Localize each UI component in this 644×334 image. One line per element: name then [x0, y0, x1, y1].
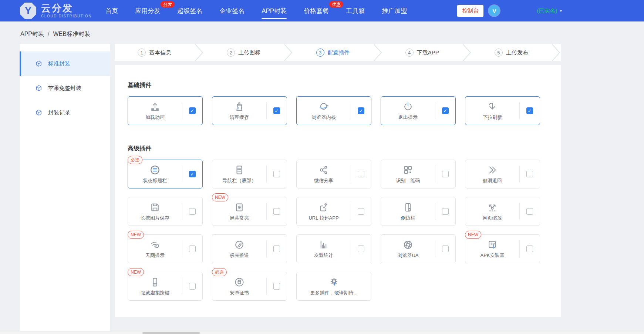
- nav-item-2[interactable]: 超级签名: [169, 0, 211, 21]
- brand-subtitle: CLOUD DISTRIBUTION: [41, 14, 92, 18]
- step-chevron-icon: [551, 44, 561, 61]
- plugin-card[interactable]: URL 拉起APP: [296, 197, 371, 226]
- scrollbar-thumb[interactable]: [142, 332, 200, 334]
- plugin-checkbox[interactable]: [189, 171, 196, 177]
- plugin-label: 安卓证书: [230, 290, 249, 296]
- basic-section-title: 基础插件: [128, 82, 548, 88]
- plugin-checkbox[interactable]: [526, 246, 533, 252]
- plugin-info: 浏览器UA: [381, 239, 435, 259]
- plugin-label: 隐藏虚拟按键: [141, 290, 169, 296]
- plugin-card[interactable]: 友盟统计: [296, 234, 371, 263]
- verified-status[interactable]: (已实名): [537, 7, 562, 14]
- plugin-checkbox[interactable]: [273, 283, 280, 290]
- plugin-card[interactable]: 微信分享: [296, 160, 371, 188]
- nav-item-label: APP封装: [262, 7, 287, 15]
- breadcrumb-section[interactable]: APP封装: [20, 31, 44, 37]
- step-label: 下载APP: [417, 49, 439, 56]
- plugin-checkbox[interactable]: [189, 208, 196, 215]
- horizontal-scrollbar[interactable]: [0, 331, 644, 334]
- plugin-card[interactable]: 浏览器UA: [381, 234, 456, 263]
- more-plugins-card: 更多插件，敬请期待...: [296, 272, 371, 301]
- no-network-icon: [149, 239, 161, 250]
- plugin-checkbox[interactable]: [273, 246, 280, 252]
- main-panel: 1基本信息2上传图标3配置插件4下载APP5上传发布 基础插件 加载动画清理缓存…: [115, 44, 561, 317]
- plugin-card[interactable]: 加载动画: [128, 96, 203, 125]
- nav-item-3[interactable]: 企业签名: [211, 0, 253, 21]
- plugin-info: 极光推送: [212, 239, 266, 259]
- nav-item-6[interactable]: 工具箱: [337, 0, 373, 21]
- step-1[interactable]: 1基本信息: [115, 44, 194, 61]
- plugin-card[interactable]: 网页缩放: [465, 197, 540, 226]
- plugin-checkbox[interactable]: [526, 107, 533, 114]
- plugin-checkbox[interactable]: [358, 208, 364, 215]
- qr-code-icon: [402, 164, 414, 176]
- plugin-checkbox[interactable]: [273, 171, 280, 177]
- plugin-card[interactable]: 退出提示: [381, 96, 456, 125]
- basic-plugin-grid: 加载动画清理缓存浏览器内核退出提示下拉刷新: [128, 96, 548, 125]
- plugin-card[interactable]: 清理缓存: [212, 96, 287, 125]
- plugin-checkbox[interactable]: [358, 107, 364, 114]
- plugin-card[interactable]: NEW隐藏虚拟按键: [128, 272, 203, 301]
- plugin-info: 导航栏（底部）: [212, 164, 266, 184]
- plugin-info: 网页缩放: [465, 202, 519, 221]
- plugin-checkbox[interactable]: [442, 107, 449, 114]
- step-3[interactable]: 3配置插件: [293, 44, 372, 61]
- plugin-card[interactable]: 必选安卓证书: [212, 272, 287, 301]
- chevron-down-icon: [560, 9, 562, 13]
- nav-item-label: 应用分发: [135, 7, 160, 15]
- step-chevron-icon: [373, 44, 382, 61]
- plugin-label: 长按图片保存: [141, 215, 169, 221]
- nav-item-4[interactable]: APP封装: [253, 0, 295, 21]
- logo-text: 云分发 CLOUD DISTRIBUTION: [41, 3, 92, 18]
- step-5[interactable]: 5上传发布: [472, 44, 551, 61]
- plugin-card[interactable]: 侧滑返回: [465, 160, 540, 188]
- nav-item-5[interactable]: 价格套餐优惠: [295, 0, 337, 21]
- plugin-card[interactable]: 侧边栏: [381, 197, 456, 226]
- nav-item-7[interactable]: 推广加盟: [373, 0, 415, 21]
- checkbox-area: [182, 107, 202, 114]
- step-4[interactable]: 4下载APP: [382, 44, 462, 61]
- plugin-card[interactable]: NEW屏幕常亮: [212, 197, 287, 226]
- logo-letter: Y: [25, 5, 31, 17]
- plugin-checkbox[interactable]: [442, 246, 449, 252]
- plugin-checkbox[interactable]: [442, 171, 449, 177]
- plugin-card[interactable]: 长按图片保存: [128, 197, 203, 226]
- console-button[interactable]: 控制台: [457, 5, 483, 17]
- plugin-checkbox[interactable]: [358, 246, 364, 252]
- plugin-checkbox[interactable]: [189, 107, 196, 114]
- plugin-card[interactable]: 必选状态标题栏: [128, 160, 203, 188]
- plugin-badge: 必选: [128, 156, 142, 164]
- plugin-card[interactable]: NEW无网提示: [128, 234, 203, 263]
- nav-item-label: 超级签名: [177, 7, 202, 15]
- plugin-info: 识别二维码: [381, 164, 435, 184]
- sidebar-item-2[interactable]: 封装记录: [20, 100, 110, 125]
- plugin-card[interactable]: 识别二维码: [381, 160, 456, 188]
- nav-item-1[interactable]: 应用分发分发: [127, 0, 169, 21]
- plugin-card[interactable]: NEWAPK安装器: [465, 234, 540, 263]
- plugin-checkbox[interactable]: [189, 246, 196, 252]
- android-cert-icon: [234, 277, 245, 288]
- nav-item-0[interactable]: 首页: [97, 0, 127, 21]
- plugin-checkbox[interactable]: [526, 171, 533, 177]
- step-number: 1: [138, 49, 146, 57]
- sidebar-item-0[interactable]: 标准封装: [20, 51, 110, 76]
- app-logo[interactable]: Y 云分发 CLOUD DISTRIBUTION: [20, 2, 92, 19]
- plugin-label: 退出提示: [398, 114, 418, 121]
- plugin-card[interactable]: 浏览器内核: [296, 96, 371, 125]
- plugin-checkbox[interactable]: [358, 171, 364, 177]
- plugin-card[interactable]: 极光推送: [212, 234, 287, 263]
- step-2[interactable]: 2上传图标: [204, 44, 283, 61]
- plugin-card[interactable]: 导航栏（底部）: [212, 160, 287, 188]
- plugin-checkbox[interactable]: [273, 208, 280, 215]
- checkbox-area: [351, 171, 371, 177]
- wechat-share-icon: [318, 164, 329, 176]
- plugin-checkbox[interactable]: [273, 107, 280, 114]
- plugin-checkbox[interactable]: [442, 208, 449, 215]
- avatar[interactable]: V: [489, 5, 500, 16]
- sidebar-item-1[interactable]: 苹果免签封装: [20, 76, 110, 100]
- nav-item-label: 企业签名: [219, 7, 245, 15]
- step-number: 5: [495, 49, 503, 57]
- plugin-checkbox[interactable]: [526, 208, 533, 215]
- plugin-card[interactable]: 下拉刷新: [465, 96, 540, 125]
- plugin-checkbox[interactable]: [189, 283, 196, 290]
